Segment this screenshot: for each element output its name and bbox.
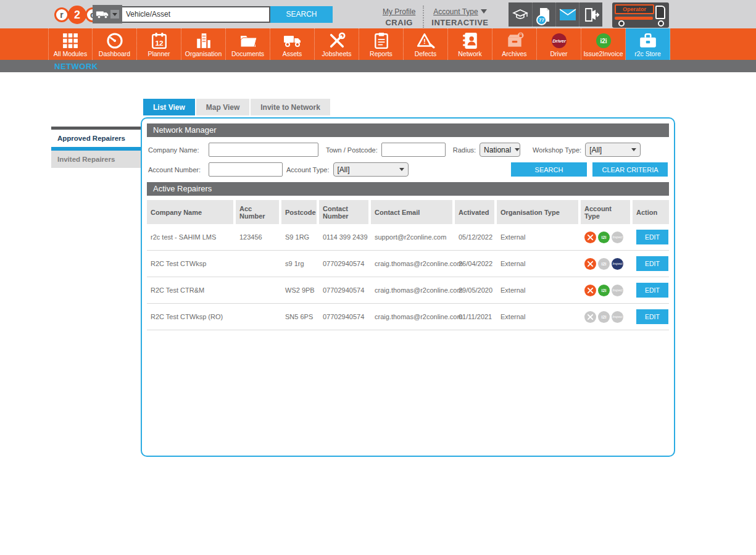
cell-contact-number: 07702940574 xyxy=(319,260,368,267)
operator-badge: Operator xyxy=(615,4,654,14)
tools-icon xyxy=(328,31,346,50)
edit-button[interactable]: EDIT xyxy=(636,256,668,271)
i2i-icon: i2i xyxy=(598,232,610,243)
edit-button[interactable]: EDIT xyxy=(636,230,668,244)
chevron-down-icon xyxy=(399,168,404,171)
column-action: Action xyxy=(633,200,669,224)
workshop-type-select[interactable]: [All] xyxy=(585,143,641,157)
calendar-icon: 12 xyxy=(151,31,167,50)
column-organisation-type: Organisation Type xyxy=(497,200,578,224)
cell-contact-number: 07702940574 xyxy=(319,286,368,294)
notification-count-badge: 77 xyxy=(536,15,547,25)
tab-invite-to-network[interactable]: Invite to Network xyxy=(251,99,330,115)
speedometer-icon xyxy=(106,31,123,50)
company-name-input[interactable] xyxy=(209,143,318,157)
messages-button[interactable] xyxy=(555,2,579,27)
active-repairers-header: Active Repairers xyxy=(147,182,669,196)
cell-postcode: S9 1RG xyxy=(281,233,317,241)
account-type-label: Account Type: xyxy=(286,166,330,173)
nav-documents[interactable]: Documents xyxy=(226,28,270,60)
cell-company: R2C Test CTWksp (RO) xyxy=(147,313,233,320)
nav-defects[interactable]: ! Defects xyxy=(404,28,448,60)
clear-criteria-button[interactable]: CLEAR CRITERIA xyxy=(592,162,668,177)
sidebar-item-approved-repairers[interactable]: Approved Repairers xyxy=(51,130,141,147)
logo-letter-r: r xyxy=(54,7,69,22)
table-row: r2c test - SAHIM LMS 123456 S9 1RG 0114 … xyxy=(147,224,669,251)
cell-contact-email: craig.thomas@r2conline.com xyxy=(371,286,452,294)
account-number-input[interactable] xyxy=(209,162,283,177)
training-button[interactable] xyxy=(509,2,532,27)
criteria-search-button[interactable]: SEARCH xyxy=(511,162,587,177)
contacts-book-icon xyxy=(462,31,478,50)
repair-maintenance-icon xyxy=(584,232,596,243)
nav-reports[interactable]: Reports xyxy=(359,28,404,60)
nav-organisation[interactable]: Organisation xyxy=(181,28,226,60)
account-type-select[interactable]: [All] xyxy=(333,162,409,177)
search-category-dropdown[interactable] xyxy=(93,5,122,23)
edit-button[interactable]: EDIT xyxy=(636,283,668,298)
column-company-name: Company Name xyxy=(147,200,233,224)
grid-icon xyxy=(62,31,78,50)
truck-icon xyxy=(283,31,302,50)
cell-postcode: SN5 6PS xyxy=(281,313,317,320)
vehicle-asset-search-input[interactable] xyxy=(122,6,270,23)
svg-text:12: 12 xyxy=(155,38,164,47)
account-type-link[interactable]: Account Type xyxy=(433,7,478,16)
nav-r2c-store[interactable]: r2c Store xyxy=(626,28,670,60)
cell-contact-email: craig.thomas@r2conline.com xyxy=(371,260,452,267)
cell-acc-number: 123456 xyxy=(236,233,279,241)
cell-postcode: WS2 9PB xyxy=(281,286,317,294)
tab-list-view[interactable]: List View xyxy=(143,99,195,115)
cell-activated: 29/05/2020 xyxy=(455,286,494,294)
company-name-label: Company Name: xyxy=(148,146,205,154)
cell-organisation-type: External xyxy=(497,260,578,267)
network-manager-panel: Network Manager Company Name: Town / Pos… xyxy=(141,117,675,457)
edit-button[interactable]: EDIT xyxy=(636,309,668,324)
nav-driver[interactable]: Driver Driver xyxy=(537,28,581,60)
tab-map-view[interactable]: Map View xyxy=(196,99,249,115)
cell-company: R2C Test CTR&M xyxy=(147,286,233,294)
operator-truck-logo: Operator xyxy=(612,2,669,28)
cell-contact-email: craig.thomas@r2conline.com xyxy=(371,313,452,320)
cell-company: R2C Test CTWksp xyxy=(147,260,233,267)
my-profile-link[interactable]: My Profile xyxy=(383,7,415,16)
nav-planner[interactable]: 12 Planner xyxy=(137,28,181,60)
chevron-down-icon xyxy=(515,148,520,151)
town-postcode-input[interactable] xyxy=(381,143,446,157)
logo-letter-2: 2 xyxy=(68,6,86,24)
inspect-icon: Inspect xyxy=(612,258,623,270)
profile-username: CRAIG xyxy=(385,18,412,27)
logout-button[interactable] xyxy=(579,2,602,27)
nav-all-modules[interactable]: All Modules xyxy=(48,28,93,60)
nav-assets[interactable]: Assets xyxy=(270,28,315,60)
top-bar: r 2 c SEARCH My Profile CRAIG Account Ty… xyxy=(0,0,756,28)
table-row: R2C Test CTR&M WS2 9PB 07702940574 craig… xyxy=(147,277,669,304)
briefcase-icon xyxy=(639,31,657,50)
radius-label: Radius: xyxy=(453,146,476,154)
cell-activated: 01/11/2021 xyxy=(455,313,494,320)
section-bar: NETWORK xyxy=(0,60,756,72)
column-contact-number: Contact Number xyxy=(319,200,368,224)
notifications-button[interactable]: 77 xyxy=(532,2,555,27)
header-search-button[interactable]: SEARCH xyxy=(270,6,333,23)
truck-cab-icon xyxy=(655,6,665,19)
sidebar-item-invited-repairers[interactable]: Invited Repairers xyxy=(51,151,141,168)
radius-select[interactable]: National xyxy=(480,143,520,157)
nav-archives[interactable]: Archives xyxy=(492,28,537,60)
view-tabs: List View Map View Invite to Network xyxy=(143,99,330,115)
workshop-type-label: Workshop Type: xyxy=(533,146,581,154)
nav-network[interactable]: Network xyxy=(448,28,492,60)
buildings-icon xyxy=(196,31,212,50)
cell-organisation-type: External xyxy=(497,313,578,320)
cell-contact-number: 0114 399 2439 xyxy=(319,233,368,241)
nav-jobsheets[interactable]: Jobsheets xyxy=(315,28,359,60)
cell-postcode: s9 1rg xyxy=(281,260,317,267)
chevron-down-icon xyxy=(110,10,119,19)
nav-issue2invoice[interactable]: i2i Issue2Invoice xyxy=(581,28,626,60)
nav-dashboard[interactable]: Dashboard xyxy=(93,28,137,60)
clipboard-icon xyxy=(374,31,389,50)
cell-contact-number: 07702940574 xyxy=(319,313,368,320)
repair-maintenance-icon xyxy=(584,258,596,270)
cell-activated: 05/12/2022 xyxy=(455,233,494,241)
envelope-icon xyxy=(559,9,576,21)
